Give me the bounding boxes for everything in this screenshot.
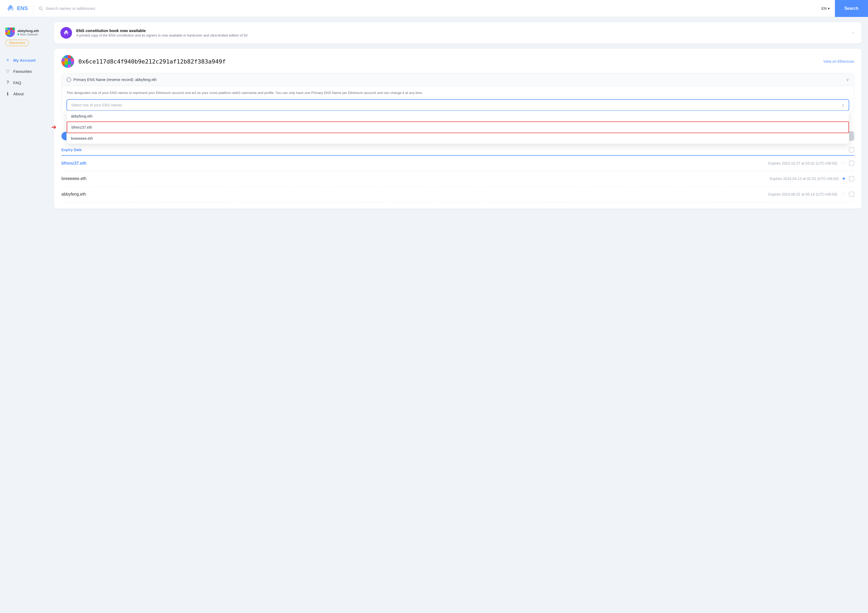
primary-ens-header[interactable]: ✓ Primary ENS Name (reverse record): abb… bbox=[62, 73, 854, 86]
lang-label: EN bbox=[822, 6, 826, 11]
info-icon: ℹ bbox=[5, 91, 10, 96]
svg-rect-17 bbox=[71, 55, 74, 58]
select-checkbox-breeeeee[interactable] bbox=[849, 176, 854, 181]
heart-icon: ♡ bbox=[5, 69, 10, 74]
user-info: abbyfeng.eth Main Network bbox=[5, 28, 39, 37]
header: ENS EN ▾ Search bbox=[0, 0, 868, 17]
names-table: Expiry Date bfrenz37.eth Expires 2023.10… bbox=[61, 145, 854, 202]
collapse-chevron-icon[interactable]: ∨ bbox=[846, 77, 849, 82]
select-checkbox-bfrenz37[interactable] bbox=[849, 161, 854, 166]
header-right: EN ▾ Search bbox=[816, 0, 868, 17]
favourite-icon-bfrenz37[interactable]: ♡ bbox=[841, 160, 845, 166]
question-icon: ? bbox=[5, 80, 10, 85]
about-label: About bbox=[13, 91, 23, 96]
expiry-text-breeeeee: Expires 2024.04.13 at 02:52 (UTC+08:00) bbox=[770, 176, 839, 181]
check-circle-icon: ✓ bbox=[67, 77, 71, 82]
menu-icon: ≡ bbox=[5, 58, 10, 62]
dropdown-option-breeeeee: breeeeee.eth bbox=[71, 136, 93, 141]
dropdown-option-abbyfeng: abbyfeng.eth bbox=[71, 114, 92, 118]
svg-rect-12 bbox=[61, 55, 65, 58]
banner-text: ENS constitution book now available A pr… bbox=[76, 28, 248, 37]
svg-rect-8 bbox=[10, 30, 12, 32]
table-row: breeeeee.eth Expires 2024.04.13 at 02:52… bbox=[61, 171, 854, 187]
svg-rect-25 bbox=[65, 65, 68, 68]
user-text: abbyfeng.eth Main Network bbox=[17, 29, 39, 36]
header-checkbox bbox=[849, 147, 854, 152]
favourites-label: Favourites bbox=[13, 69, 32, 74]
name-label-abbyfeng[interactable]: abbyfeng.eth bbox=[61, 192, 86, 197]
dropdown-option-bfrenz37: bfrenz37.eth bbox=[71, 125, 92, 129]
svg-rect-6 bbox=[10, 28, 12, 30]
svg-line-1 bbox=[42, 9, 43, 10]
lang-chevron: ▾ bbox=[828, 6, 829, 11]
sidebar-item-favourites[interactable]: ♡ Favourites bbox=[0, 66, 48, 77]
primary-ens-description: This designates one of your ENS names to… bbox=[67, 90, 849, 96]
ens-logo-icon bbox=[6, 4, 15, 13]
sidebar: abbyfeng.eth Main Network Disconnect ≡ M… bbox=[0, 17, 48, 613]
select-all-checkbox[interactable] bbox=[849, 147, 854, 152]
expiry-text-bfrenz37: Expires 2023.10.27 at 03:42 (UTC+08:00) bbox=[769, 161, 837, 166]
dropdown-item-bfrenz37[interactable]: ➔ bfrenz37.eth bbox=[67, 121, 849, 133]
search-button[interactable]: Search bbox=[835, 0, 868, 17]
profile-header: 0x6ce117d8c4f940b9e212c291af12b82f383a94… bbox=[61, 55, 854, 68]
svg-rect-14 bbox=[61, 58, 65, 61]
svg-rect-13 bbox=[65, 55, 68, 58]
name-label-bfrenz37[interactable]: bfrenz37.eth bbox=[61, 161, 86, 166]
primary-ens-section: ✓ Primary ENS Name (reverse record): abb… bbox=[61, 73, 854, 115]
banner[interactable]: ENS constitution book now available A pr… bbox=[54, 22, 862, 43]
svg-rect-21 bbox=[65, 61, 68, 65]
disconnect-button[interactable]: Disconnect bbox=[5, 40, 29, 46]
table-header: Expiry Date bbox=[61, 145, 854, 156]
svg-rect-2 bbox=[5, 28, 8, 30]
username: abbyfeng.eth bbox=[17, 29, 39, 33]
search-icon bbox=[39, 6, 43, 11]
dropdown-chevron-icon: ∨ bbox=[842, 103, 845, 107]
banner-arrow-icon[interactable]: → bbox=[851, 30, 855, 36]
table-row: bfrenz37.eth Expires 2023.10.27 at 03:42… bbox=[61, 156, 854, 171]
search-input[interactable] bbox=[45, 6, 816, 11]
name-row-right: Expires 2024.04.13 at 02:52 (UTC+08:00) … bbox=[770, 176, 854, 181]
etherscan-link[interactable]: View on Etherscan bbox=[823, 59, 854, 63]
user-section: abbyfeng.eth Main Network Disconnect bbox=[0, 23, 48, 50]
svg-rect-24 bbox=[61, 65, 65, 68]
sidebar-nav: ≡ My Account ♡ Favourites ? FAQ ℹ About bbox=[0, 50, 48, 104]
name-row-right: Expires 2024.08.02 at 05:14 (UTC+08:00) … bbox=[769, 191, 854, 197]
dropdown-item-breeeeee[interactable]: breeeeee.eth bbox=[67, 133, 849, 144]
select-checkbox-abbyfeng[interactable] bbox=[849, 192, 854, 197]
search-area bbox=[39, 6, 816, 11]
svg-rect-11 bbox=[8, 32, 10, 35]
dropdown-placeholder: Select one of your ENS names bbox=[71, 103, 122, 107]
dropdown-item-abbyfeng[interactable]: abbyfeng.eth bbox=[67, 111, 849, 121]
favourite-icon-abbyfeng[interactable]: ♡ bbox=[841, 191, 845, 197]
svg-rect-9 bbox=[12, 30, 15, 32]
favourite-icon-breeeeee[interactable]: ♥ bbox=[842, 176, 845, 181]
svg-rect-19 bbox=[71, 58, 74, 61]
name-label-breeeeee[interactable]: breeeeee.eth bbox=[61, 176, 86, 181]
svg-rect-5 bbox=[8, 30, 10, 32]
network-label: Main Network bbox=[17, 33, 39, 36]
banner-subtitle: A printed copy of the ENS constitution a… bbox=[76, 33, 248, 37]
language-selector[interactable]: EN ▾ bbox=[816, 6, 835, 11]
sidebar-item-my-account[interactable]: ≡ My Account bbox=[0, 54, 48, 66]
faq-label: FAQ bbox=[13, 80, 21, 85]
svg-rect-18 bbox=[68, 58, 71, 61]
svg-rect-10 bbox=[5, 32, 8, 35]
expiry-date-header: Expiry Date bbox=[61, 148, 82, 152]
svg-rect-20 bbox=[61, 61, 65, 65]
layout: abbyfeng.eth Main Network Disconnect ≡ M… bbox=[0, 0, 868, 613]
red-arrow-annotation: ➔ bbox=[51, 124, 56, 131]
svg-rect-22 bbox=[68, 61, 71, 65]
sidebar-item-faq[interactable]: ? FAQ bbox=[0, 77, 48, 88]
svg-rect-27 bbox=[71, 65, 74, 68]
sidebar-item-about[interactable]: ℹ About bbox=[0, 88, 48, 99]
expiry-text-abbyfeng: Expires 2024.08.02 at 05:14 (UTC+08:00) bbox=[769, 192, 837, 197]
ens-name-dropdown[interactable]: Select one of your ENS names ∨ bbox=[67, 99, 849, 111]
main-content: ENS constitution book now available A pr… bbox=[48, 17, 868, 613]
svg-rect-16 bbox=[68, 55, 71, 58]
svg-rect-26 bbox=[68, 65, 71, 68]
svg-rect-15 bbox=[65, 58, 68, 61]
table-row: abbyfeng.eth Expires 2024.08.02 at 05:14… bbox=[61, 187, 854, 202]
logo-text: ENS bbox=[17, 5, 28, 11]
avatar bbox=[5, 28, 15, 37]
banner-icon bbox=[60, 27, 72, 39]
